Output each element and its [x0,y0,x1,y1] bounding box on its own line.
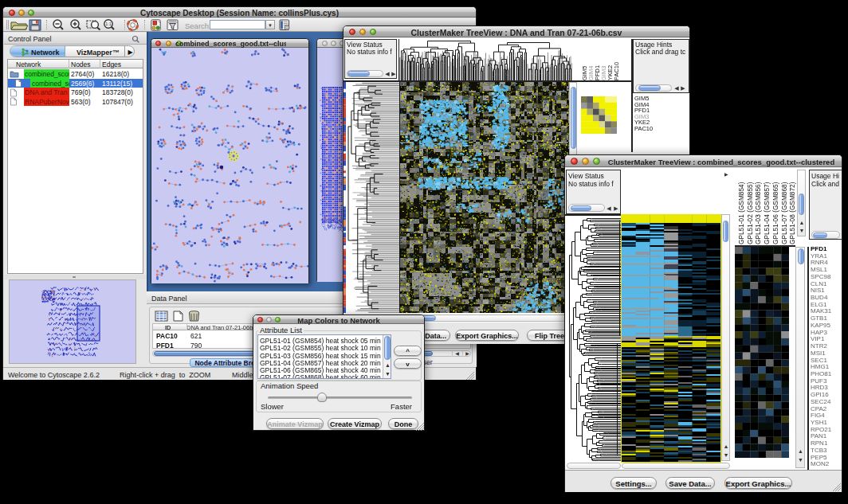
svg-text:1:1: 1:1 [105,21,112,26]
